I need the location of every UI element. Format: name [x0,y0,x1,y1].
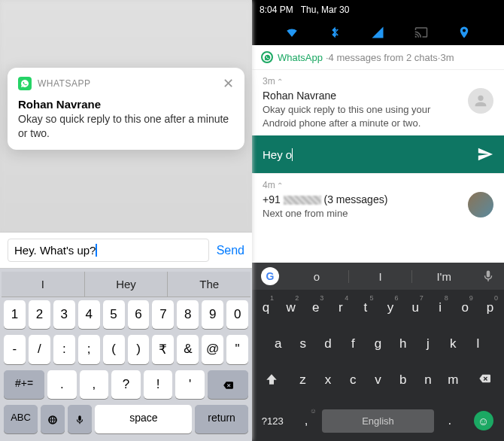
key-semicolon[interactable]: ; [78,335,100,364]
enter-key[interactable]: ☺ [465,403,502,438]
key-n[interactable]: n [416,365,439,397]
suggestion-2[interactable]: I [349,270,413,283]
key-m[interactable]: m [442,365,465,397]
keyboard-suggestion-bar: G o I I'm [252,263,504,290]
key-w[interactable]: w2 [279,293,302,323]
key-o[interactable]: o9 [454,293,477,323]
suggestion-3[interactable]: I'm [412,270,475,283]
key-lparen[interactable]: ( [103,335,125,364]
key-0[interactable]: 0 [226,300,248,329]
key-c[interactable]: c [342,365,365,397]
bluetooth-icon[interactable] [327,26,342,39]
key-r[interactable]: r4 [329,293,352,323]
key-x[interactable]: x [316,365,339,397]
android-keyboard: G o I I'm q1 w2 e3 r4 t5 y6 u7 i8 o9 p0 … [252,263,504,441]
wifi-icon[interactable] [284,26,299,39]
location-icon[interactable] [457,26,472,39]
key-i[interactable]: i8 [429,293,452,323]
key-rparen[interactable]: ) [128,335,150,364]
android-notification-header[interactable]: WhatsApp · 4 messages from 2 chats · 3m [252,45,504,70]
key-7[interactable]: 7 [152,300,174,329]
key-b[interactable]: b [391,365,414,397]
space-key[interactable]: English [322,409,434,433]
key-comma[interactable]: ,☺ [293,406,320,436]
key-colon[interactable]: : [53,335,75,364]
key-l[interactable]: l [466,329,490,359]
android-notification-1[interactable]: 3m Rohan Navrane Okay quick reply to thi… [252,70,504,135]
key-symbols[interactable]: ?123 [254,408,291,434]
key-2[interactable]: 2 [29,300,50,329]
message-preview: Next one from mine [263,207,493,220]
key-d[interactable]: d [316,329,339,359]
key-z[interactable]: z [291,365,314,397]
suggestion-3[interactable]: The [168,272,250,297]
key-e[interactable]: e3 [304,293,327,323]
key-k[interactable]: k [442,329,465,359]
google-icon[interactable]: G [261,267,279,285]
send-icon[interactable] [477,146,493,163]
key-8[interactable]: 8 [177,300,199,329]
key-period[interactable]: . [47,370,77,399]
whatsapp-icon [261,51,273,63]
key-rupee[interactable]: ₹ [152,335,174,364]
key-symbols[interactable]: #+= [4,370,44,399]
globe-key[interactable] [41,405,65,433]
backspace-key[interactable] [466,365,502,397]
key-h[interactable]: h [391,329,414,359]
key-4[interactable]: 4 [78,300,100,329]
key-period[interactable]: . [436,406,463,436]
suggestion-1[interactable]: o [285,270,349,283]
key-g[interactable]: g [366,329,390,359]
suggestion-2[interactable]: Hey [85,272,169,297]
shift-key[interactable] [254,365,290,397]
cellular-icon[interactable] [370,26,385,39]
message-count: (3 messages) [321,193,388,205]
mic-key[interactable] [68,405,92,433]
close-icon[interactable]: ✕ [223,77,234,90]
mic-icon[interactable] [481,269,495,283]
android-notification-2[interactable]: 4m +91 (3 messages) Next one from mine [252,173,504,227]
key-p[interactable]: p0 [478,293,502,323]
key-comma[interactable]: , [80,370,109,399]
key-exclaim[interactable]: ! [144,370,173,399]
ios-whatsapp-notification[interactable]: WHATSAPP ✕ Rohan Navrane Okay so quick r… [8,68,244,150]
notification-age: 3m [440,52,454,63]
key-1[interactable]: 1 [4,300,26,329]
keyboard-row-2: a s d f g h j k l [252,326,504,362]
return-key[interactable]: return [195,405,248,433]
key-at[interactable]: @ [202,335,223,364]
keyboard-row-3: #+= . , ? ! ' [2,367,250,402]
backspace-key[interactable] [208,370,248,399]
reply-input[interactable]: Hey. What's up? [8,239,209,262]
key-question[interactable]: ? [111,370,141,399]
suggestion-1[interactable]: I [2,272,85,297]
key-apostrophe[interactable]: ' [175,370,205,399]
key-q[interactable]: q1 [254,293,278,323]
key-9[interactable]: 9 [202,300,223,329]
key-amp[interactable]: & [177,335,199,364]
key-t[interactable]: t5 [354,293,377,323]
key-j[interactable]: j [416,329,439,359]
key-slash[interactable]: / [29,335,50,364]
key-s[interactable]: s [291,329,314,359]
send-button[interactable]: Send [217,244,244,257]
key-dash[interactable]: - [4,335,26,364]
key-u[interactable]: u7 [404,293,427,323]
app-name-label: WhatsApp [278,52,323,63]
key-6[interactable]: 6 [128,300,150,329]
key-5[interactable]: 5 [103,300,125,329]
cast-icon[interactable] [414,26,429,39]
key-quote[interactable]: " [226,335,248,364]
key-y[interactable]: y6 [378,293,402,323]
space-key[interactable]: space [95,405,192,433]
sender-prefix: +91 [263,193,284,205]
key-3[interactable]: 3 [53,300,75,329]
reply-input[interactable]: Hey o [263,148,477,161]
notification-age: 4m [263,180,493,190]
key-abc[interactable]: ABC [4,405,38,433]
emoji-icon: ☺ [474,411,493,430]
key-f[interactable]: f [342,329,365,359]
key-v[interactable]: v [366,365,390,397]
ios-quick-reply-bar: Hey. What's up? Send [0,232,252,269]
key-a[interactable]: a [266,329,290,359]
